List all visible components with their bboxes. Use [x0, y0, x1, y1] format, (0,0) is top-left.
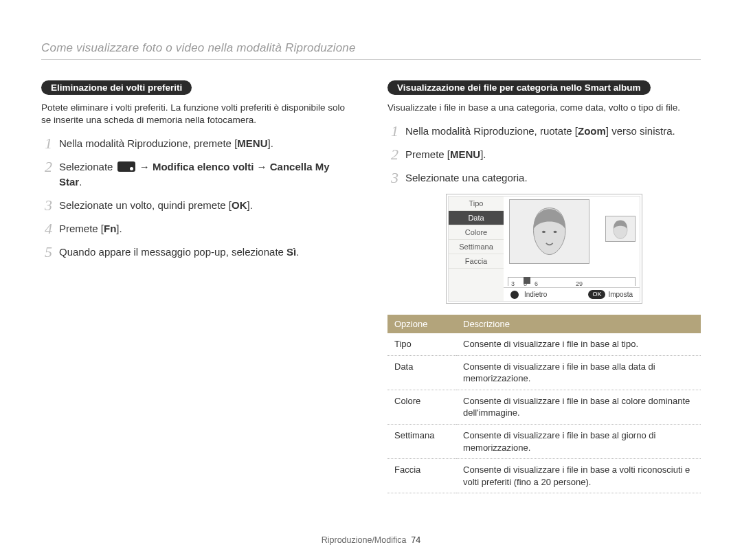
footer-back[interactable]: Indietro [510, 290, 547, 299]
opt-name: Faccia [387, 459, 456, 493]
svg-point-1 [553, 231, 556, 233]
intro-left: Potete eliminare i volti preferiti. La f… [41, 102, 355, 126]
step-r2: 2 Premete [MENU]. [387, 147, 701, 162]
menu-item-data[interactable]: Data [449, 211, 504, 225]
dpad-icon [510, 291, 521, 299]
step-num: 5 [41, 245, 52, 260]
step-r1: 1 Nella modalità Riproduzione, ruotate [… [387, 124, 701, 139]
tick-label: 29 [576, 280, 583, 287]
footer-ok-label: Imposta [608, 291, 633, 298]
camera-screen-inner: Tipo Data Colore Settimana Faccia [448, 196, 640, 302]
section-pill-right: Visualizzazione dei file per categoria n… [387, 80, 651, 95]
step-text: Selezionate un volto, quindi premete [OK… [59, 198, 253, 213]
step-text: Nella modalità Riproduzione, ruotate [Zo… [405, 124, 675, 139]
bold-text: Sì [286, 246, 296, 258]
text: Nella modalità Riproduzione, ruotate [ [405, 125, 578, 137]
text: ] verso sinistra. [606, 125, 675, 137]
menu-item-colore[interactable]: Colore [449, 225, 504, 240]
th-desc: Descrizione [456, 315, 701, 333]
step-r3: 3 Selezionate una categoria. [387, 170, 701, 186]
text: Selezionate una categoria. [405, 172, 528, 183]
menu-item-faccia[interactable]: Faccia [449, 254, 504, 269]
text: Premete [ [59, 223, 104, 234]
th-option: Opzione [387, 315, 456, 333]
table-row: DataConsente di visualizzare i file in b… [387, 355, 701, 390]
ok-button-label: OK [232, 199, 247, 211]
intro-right: Visualizzate i file in base a una catego… [387, 102, 701, 114]
page: Come visualizzare foto o video nella mod… [0, 0, 742, 560]
text: Nella modalità Riproduzione, premete [ [59, 137, 237, 149]
arrow: → [254, 161, 269, 172]
step-num: 3 [387, 170, 398, 186]
step-num: 1 [41, 136, 52, 151]
arrow: → [137, 161, 153, 172]
page-header: Come visualizzare foto o video nella mod… [41, 41, 701, 60]
text: ]. [116, 223, 122, 234]
step-num: 1 [387, 124, 398, 139]
footer-back-label: Indietro [524, 291, 547, 298]
face-illustration-icon [514, 203, 585, 260]
camera-screen: Tipo Data Colore Settimana Faccia [446, 194, 642, 304]
footer-ok[interactable]: OKImposta [588, 290, 633, 299]
footer-section: Riproduzione/Modifica [322, 535, 407, 545]
menu-button-label: MENU [237, 137, 267, 149]
page-footer: Riproduzione/Modifica 74 [0, 535, 742, 545]
opt-name: Tipo [387, 333, 456, 355]
text: Selezionate un volto, quindi premete [ [59, 199, 232, 211]
left-column: Eliminazione dei volti preferiti Potete … [41, 80, 355, 493]
step-2: 2 Selezionate → Modifica elenco volti → … [41, 159, 355, 190]
ok-key-icon: OK [588, 290, 605, 299]
text: Selezionate [59, 161, 116, 172]
step-1: 1 Nella modalità Riproduzione, premete [… [41, 136, 355, 151]
menu-item-tipo[interactable]: Tipo [449, 197, 504, 211]
text: . [79, 176, 82, 188]
camera-screen-wrap: Tipo Data Colore Settimana Faccia [387, 194, 701, 304]
screen-footer: Indietro OKImposta [504, 287, 640, 301]
section-pill-left: Eliminazione dei volti preferiti [41, 80, 192, 95]
page-number: 74 [411, 535, 420, 545]
text: Quando appare il messaggio pop-up, selez… [59, 246, 286, 258]
steps-right: 1 Nella modalità Riproduzione, ruotate [… [387, 124, 701, 186]
step-num: 4 [41, 221, 52, 236]
text: ]. [480, 148, 486, 160]
svg-point-0 [542, 231, 546, 233]
text: ]. [267, 137, 273, 149]
step-3: 3 Selezionate un volto, quindi premete [… [41, 198, 355, 213]
step-text: Nella modalità Riproduzione, premete [ME… [59, 136, 273, 151]
opt-desc: Consente di visualizzare i file in base … [456, 333, 701, 355]
opt-name: Colore [387, 390, 456, 424]
opt-desc: Consente di visualizzare i file in base … [456, 424, 701, 458]
tick-label: 8 [524, 280, 527, 287]
step-4: 4 Premete [Fn]. [41, 221, 355, 236]
table-row: FacciaConsente di visualizzare i file in… [387, 459, 701, 493]
text: Premete [ [405, 148, 450, 160]
right-column: Visualizzazione dei file per categoria n… [387, 80, 701, 493]
options-table: Opzione Descrizione TipoConsente di visu… [387, 315, 701, 493]
main-thumbnail[interactable] [509, 199, 589, 264]
step-num: 2 [387, 147, 398, 162]
side-thumbnail[interactable] [605, 216, 636, 242]
opt-desc: Consente di visualizzare i file in base … [456, 355, 701, 390]
step-5: 5 Quando appare il messaggio pop-up, sel… [41, 245, 355, 260]
display-icon [117, 161, 135, 172]
fn-button-label: Fn [104, 223, 116, 234]
menu-button-label: MENU [450, 148, 480, 160]
step-text: Selezionate → Modifica elenco volti → Ca… [59, 159, 355, 190]
opt-name: Data [387, 355, 456, 390]
opt-desc: Consente di visualizzare i file in base … [456, 390, 701, 424]
menu-item-settimana[interactable]: Settimana [449, 240, 504, 254]
step-num: 3 [41, 198, 52, 213]
category-menu: Tipo Data Colore Settimana Faccia [449, 197, 504, 301]
table-row: SettimanaConsente di visualizzare i file… [387, 424, 701, 458]
table-row: ColoreConsente di visualizzare i file in… [387, 390, 701, 424]
timeline-ruler[interactable]: 3 8 6 29 [508, 277, 636, 286]
zoom-label: Zoom [578, 125, 606, 137]
step-text: Premete [MENU]. [405, 147, 486, 162]
text: . [296, 246, 299, 258]
face-illustration-icon [606, 216, 635, 241]
tick-label: 6 [535, 280, 538, 287]
step-num: 2 [41, 159, 52, 175]
bold-text: Modifica elenco volti [153, 161, 254, 172]
table-row: TipoConsente di visualizzare i file in b… [387, 333, 701, 355]
thumbnail-area: 3 8 6 29 Indietro OKImposta [504, 197, 640, 301]
